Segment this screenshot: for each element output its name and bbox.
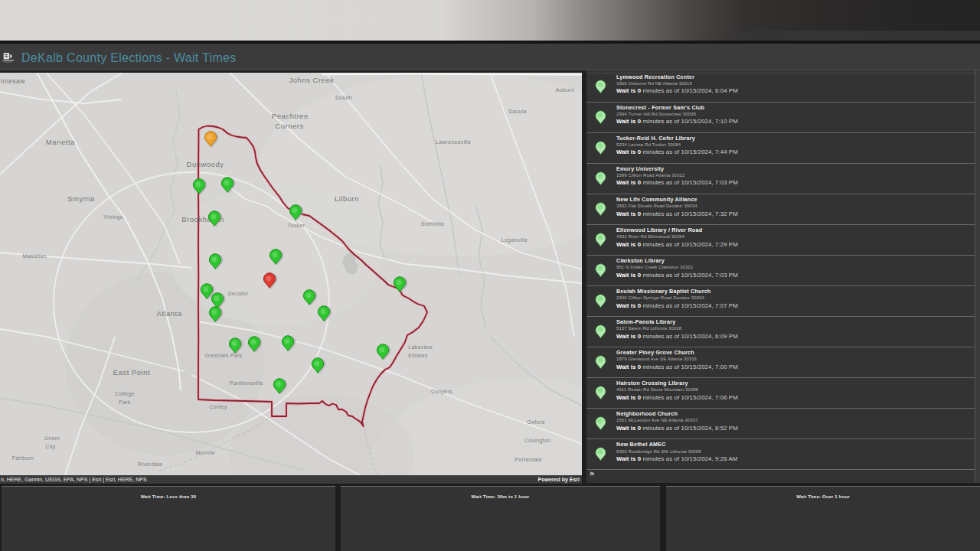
svg-text:Estates: Estates bbox=[408, 353, 428, 358]
svg-text:Duluth: Duluth bbox=[335, 95, 352, 100]
svg-text:Vinings: Vinings bbox=[104, 214, 123, 220]
svg-text:Conley: Conley bbox=[209, 404, 227, 410]
svg-text:Lakeview: Lakeview bbox=[408, 344, 433, 350]
svg-text:Loganville: Loganville bbox=[501, 237, 528, 243]
svg-text:Riverdale: Riverdale bbox=[138, 461, 162, 467]
svg-text:East Point: East Point bbox=[113, 368, 150, 377]
svg-text:Peachtree: Peachtree bbox=[272, 112, 309, 120]
svg-text:Union: Union bbox=[44, 435, 60, 441]
svg-text:Smyrna: Smyrna bbox=[67, 194, 95, 203]
svg-text:Fairburn: Fairburn bbox=[12, 455, 34, 461]
svg-text:Tucker: Tucker bbox=[288, 223, 305, 228]
svg-text:Atlanta: Atlanta bbox=[156, 309, 181, 318]
svg-text:Mableton: Mableton bbox=[22, 253, 46, 259]
svg-text:Panthersville: Panthersville bbox=[230, 380, 263, 386]
svg-text:Conyers: Conyers bbox=[431, 389, 452, 395]
svg-text:Lilburn: Lilburn bbox=[335, 194, 359, 203]
svg-text:Dacula: Dacula bbox=[508, 109, 527, 114]
svg-text:Lawrenceville: Lawrenceville bbox=[436, 139, 471, 145]
svg-text:Dunwoody: Dunwoody bbox=[187, 160, 224, 168]
svg-text:Marietta: Marietta bbox=[46, 138, 76, 146]
svg-text:College: College bbox=[115, 391, 135, 397]
svg-text:Covington: Covington bbox=[524, 438, 550, 444]
svg-text:Oxford: Oxford bbox=[528, 419, 545, 425]
svg-text:Corners: Corners bbox=[275, 122, 303, 130]
svg-text:Park: Park bbox=[119, 399, 131, 405]
svg-text:City: City bbox=[45, 444, 55, 450]
svg-text:Porterdale: Porterdale bbox=[514, 457, 541, 462]
svg-text:Decatur: Decatur bbox=[228, 291, 249, 296]
svg-text:Auburn: Auburn bbox=[556, 87, 574, 93]
svg-text:Morrow: Morrow bbox=[195, 450, 215, 455]
svg-text:Johns Creek: Johns Creek bbox=[289, 76, 335, 84]
svg-text:Snellville: Snellville bbox=[421, 221, 445, 227]
svg-text:nnesaw: nnesaw bbox=[1, 77, 26, 85]
